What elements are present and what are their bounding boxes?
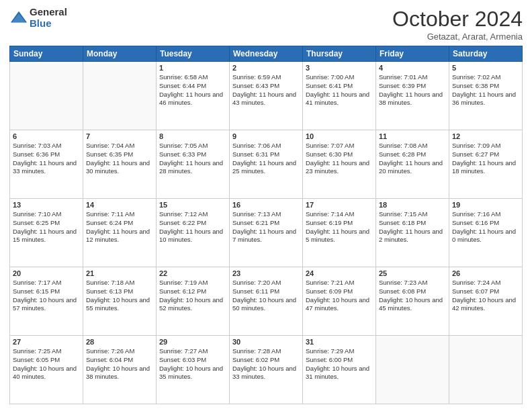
calendar-day-cell: 21Sunrise: 7:18 AMSunset: 6:13 PMDayligh… (83, 267, 157, 336)
day-info: Sunrise: 7:01 AMSunset: 6:39 PMDaylight:… (379, 73, 446, 107)
day-number: 14 (86, 201, 153, 209)
calendar-table: SundayMondayTuesdayWednesdayThursdayFrid… (9, 46, 523, 404)
calendar-week-row: 27Sunrise: 7:25 AMSunset: 6:05 PMDayligh… (10, 336, 523, 404)
day-info: Sunrise: 7:11 AMSunset: 6:24 PMDaylight:… (86, 210, 153, 244)
calendar-day-cell: 29Sunrise: 7:27 AMSunset: 6:03 PMDayligh… (157, 336, 230, 404)
day-number: 19 (452, 201, 519, 209)
page: General Blue October 2024 Getazat, Arara… (0, 0, 532, 411)
day-number: 23 (232, 269, 300, 277)
calendar-day-cell: 13Sunrise: 7:10 AMSunset: 6:25 PMDayligh… (10, 199, 83, 267)
day-number: 6 (13, 132, 80, 140)
day-number: 12 (452, 132, 519, 140)
day-info: Sunrise: 7:25 AMSunset: 6:05 PMDaylight:… (13, 347, 80, 381)
day-info: Sunrise: 7:00 AMSunset: 6:41 PMDaylight:… (306, 73, 373, 107)
day-number: 25 (379, 269, 446, 277)
day-info: Sunrise: 7:23 AMSunset: 6:08 PMDaylight:… (379, 279, 446, 313)
day-info: Sunrise: 7:28 AMSunset: 6:02 PMDaylight:… (232, 347, 300, 381)
calendar-day-cell: 16Sunrise: 7:13 AMSunset: 6:21 PMDayligh… (230, 199, 303, 267)
day-info: Sunrise: 7:12 AMSunset: 6:22 PMDaylight:… (159, 210, 226, 244)
calendar-day-cell: 19Sunrise: 7:16 AMSunset: 6:16 PMDayligh… (449, 199, 523, 267)
day-info: Sunrise: 7:27 AMSunset: 6:03 PMDaylight:… (159, 347, 226, 381)
day-info: Sunrise: 7:05 AMSunset: 6:33 PMDaylight:… (159, 142, 226, 176)
day-number: 21 (86, 269, 153, 277)
day-number: 31 (306, 338, 373, 346)
day-number: 3 (306, 64, 373, 72)
day-number: 30 (232, 338, 300, 346)
day-info: Sunrise: 7:03 AMSunset: 6:36 PMDaylight:… (13, 142, 80, 176)
calendar-day-cell: 30Sunrise: 7:28 AMSunset: 6:02 PMDayligh… (230, 336, 303, 404)
day-number: 13 (13, 201, 80, 209)
day-of-week-header: Saturday (449, 46, 523, 62)
calendar-week-row: 13Sunrise: 7:10 AMSunset: 6:25 PMDayligh… (10, 199, 523, 267)
day-info: Sunrise: 7:17 AMSunset: 6:15 PMDaylight:… (13, 279, 80, 313)
day-number: 5 (452, 64, 519, 72)
day-info: Sunrise: 7:14 AMSunset: 6:19 PMDaylight:… (306, 210, 373, 244)
calendar-day-cell: 6Sunrise: 7:03 AMSunset: 6:36 PMDaylight… (10, 130, 83, 199)
day-of-week-header: Wednesday (230, 46, 303, 62)
calendar-week-row: 1Sunrise: 6:58 AMSunset: 6:44 PMDaylight… (10, 62, 523, 130)
day-info: Sunrise: 7:13 AMSunset: 6:21 PMDaylight:… (232, 210, 300, 244)
day-of-week-header: Thursday (303, 46, 376, 62)
day-number: 9 (232, 132, 300, 140)
calendar-day-cell: 26Sunrise: 7:24 AMSunset: 6:07 PMDayligh… (449, 267, 523, 336)
day-of-week-header: Sunday (10, 46, 83, 62)
day-info: Sunrise: 7:26 AMSunset: 6:04 PMDaylight:… (86, 347, 153, 381)
calendar-week-row: 6Sunrise: 7:03 AMSunset: 6:36 PMDaylight… (10, 130, 523, 199)
logo-blue: Blue (30, 18, 67, 30)
day-info: Sunrise: 7:29 AMSunset: 6:00 PMDaylight:… (306, 347, 373, 381)
day-info: Sunrise: 7:04 AMSunset: 6:35 PMDaylight:… (86, 142, 153, 176)
calendar-day-cell: 11Sunrise: 7:08 AMSunset: 6:28 PMDayligh… (376, 130, 449, 199)
calendar-day-cell: 7Sunrise: 7:04 AMSunset: 6:35 PMDaylight… (83, 130, 157, 199)
calendar-day-cell: 18Sunrise: 7:15 AMSunset: 6:18 PMDayligh… (376, 199, 449, 267)
day-number: 28 (86, 338, 153, 346)
day-number: 18 (379, 201, 446, 209)
calendar-day-cell: 4Sunrise: 7:01 AMSunset: 6:39 PMDaylight… (376, 62, 449, 130)
day-info: Sunrise: 7:06 AMSunset: 6:31 PMDaylight:… (232, 142, 300, 176)
calendar-day-cell: 12Sunrise: 7:09 AMSunset: 6:27 PMDayligh… (449, 130, 523, 199)
calendar-day-cell (376, 336, 449, 404)
day-number: 10 (306, 132, 373, 140)
calendar-day-cell: 23Sunrise: 7:20 AMSunset: 6:11 PMDayligh… (230, 267, 303, 336)
day-number: 16 (232, 201, 300, 209)
calendar-day-cell: 22Sunrise: 7:19 AMSunset: 6:12 PMDayligh… (157, 267, 230, 336)
calendar-day-cell: 2Sunrise: 6:59 AMSunset: 6:43 PMDaylight… (230, 62, 303, 130)
day-number: 7 (86, 132, 153, 140)
day-number: 22 (159, 269, 226, 277)
calendar-day-cell: 31Sunrise: 7:29 AMSunset: 6:00 PMDayligh… (303, 336, 376, 404)
calendar-day-cell (10, 62, 83, 130)
calendar-day-cell: 24Sunrise: 7:21 AMSunset: 6:09 PMDayligh… (303, 267, 376, 336)
month-title: October 2024 (392, 7, 523, 32)
logo-icon (9, 9, 28, 28)
day-info: Sunrise: 7:24 AMSunset: 6:07 PMDaylight:… (452, 279, 519, 313)
calendar-day-cell: 28Sunrise: 7:26 AMSunset: 6:04 PMDayligh… (83, 336, 157, 404)
day-of-week-header: Monday (83, 46, 157, 62)
day-number: 24 (306, 269, 373, 277)
calendar-week-row: 20Sunrise: 7:17 AMSunset: 6:15 PMDayligh… (10, 267, 523, 336)
day-info: Sunrise: 7:08 AMSunset: 6:28 PMDaylight:… (379, 142, 446, 176)
calendar-body: 1Sunrise: 6:58 AMSunset: 6:44 PMDaylight… (10, 62, 523, 404)
calendar-day-cell: 14Sunrise: 7:11 AMSunset: 6:24 PMDayligh… (83, 199, 157, 267)
day-info: Sunrise: 6:58 AMSunset: 6:44 PMDaylight:… (159, 73, 226, 107)
day-of-week-header: Tuesday (157, 46, 230, 62)
calendar-day-cell: 8Sunrise: 7:05 AMSunset: 6:33 PMDaylight… (157, 130, 230, 199)
calendar-day-cell: 25Sunrise: 7:23 AMSunset: 6:08 PMDayligh… (376, 267, 449, 336)
logo-text: General Blue (30, 7, 67, 29)
day-info: Sunrise: 7:18 AMSunset: 6:13 PMDaylight:… (86, 279, 153, 313)
logo-general: General (30, 7, 67, 18)
calendar-day-cell (83, 62, 157, 130)
calendar-day-cell: 20Sunrise: 7:17 AMSunset: 6:15 PMDayligh… (10, 267, 83, 336)
day-info: Sunrise: 7:09 AMSunset: 6:27 PMDaylight:… (452, 142, 519, 176)
day-info: Sunrise: 7:20 AMSunset: 6:11 PMDaylight:… (232, 279, 300, 313)
title-block: October 2024 Getazat, Ararat, Armenia (392, 7, 523, 42)
calendar-header: SundayMondayTuesdayWednesdayThursdayFrid… (10, 46, 523, 62)
location: Getazat, Ararat, Armenia (392, 32, 523, 42)
calendar-day-cell (449, 336, 523, 404)
day-number: 15 (159, 201, 226, 209)
calendar-day-cell: 5Sunrise: 7:02 AMSunset: 6:38 PMDaylight… (449, 62, 523, 130)
day-info: Sunrise: 7:02 AMSunset: 6:38 PMDaylight:… (452, 73, 519, 107)
day-info: Sunrise: 7:21 AMSunset: 6:09 PMDaylight:… (306, 279, 373, 313)
calendar-day-cell: 9Sunrise: 7:06 AMSunset: 6:31 PMDaylight… (230, 130, 303, 199)
calendar-day-cell: 3Sunrise: 7:00 AMSunset: 6:41 PMDaylight… (303, 62, 376, 130)
day-info: Sunrise: 7:19 AMSunset: 6:12 PMDaylight:… (159, 279, 226, 313)
logo: General Blue (9, 7, 67, 29)
